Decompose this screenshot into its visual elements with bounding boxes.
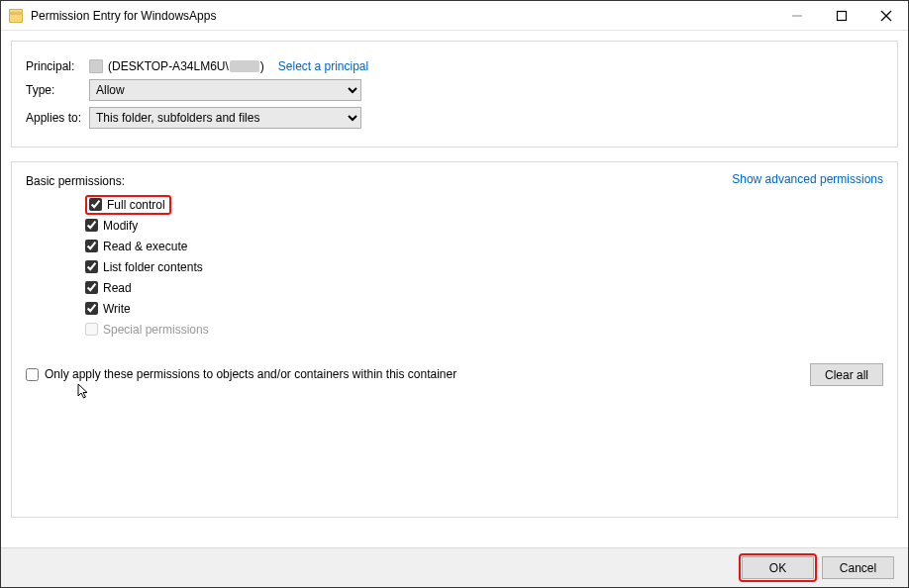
close-button[interactable]: [863, 1, 908, 30]
permission-label: Read & execute: [103, 240, 187, 253]
permission-item: Write: [85, 298, 883, 319]
redacted-user: [230, 60, 259, 72]
permission-item: Special permissions: [85, 319, 883, 340]
applies-label: Applies to:: [26, 111, 89, 125]
permission-list: Full controlModifyRead & executeList fol…: [85, 194, 883, 340]
permission-checkbox: [85, 323, 98, 336]
show-advanced-link[interactable]: Show advanced permissions: [732, 172, 883, 186]
permission-checkbox[interactable]: [85, 281, 98, 294]
type-label: Type:: [26, 83, 89, 97]
applies-select[interactable]: This folder, subfolders and files: [89, 107, 361, 129]
principal-value: (DESKTOP-A34LM6U\): [89, 59, 264, 73]
cursor-icon: [77, 383, 91, 404]
permission-checkbox[interactable]: [85, 219, 98, 232]
permission-checkbox[interactable]: [85, 240, 98, 252]
permission-label: Modify: [103, 219, 138, 233]
permission-item: Read & execute: [85, 236, 883, 256]
svg-rect-1: [837, 11, 846, 20]
window-title: Permission Entry for WindowsApps: [31, 9, 774, 23]
user-icon: [89, 59, 103, 73]
permission-label: Write: [103, 302, 131, 316]
permissions-panel: Basic permissions: Show advanced permiss…: [11, 161, 898, 518]
folder-icon: [9, 9, 23, 23]
permission-item: List folder contents: [85, 256, 883, 277]
permission-checkbox[interactable]: [89, 198, 102, 211]
principal-panel: Principal: (DESKTOP-A34LM6U\) Select a p…: [11, 41, 898, 147]
titlebar: Permission Entry for WindowsApps: [1, 1, 908, 31]
select-principal-link[interactable]: Select a principal: [278, 59, 368, 73]
permission-item: Read: [85, 277, 883, 298]
ok-button[interactable]: OK: [742, 556, 814, 579]
only-apply-checkbox[interactable]: [26, 368, 39, 381]
permission-label: Special permissions: [103, 323, 209, 337]
principal-text-prefix: (DESKTOP-A34LM6U\: [108, 59, 229, 73]
type-select[interactable]: Allow: [89, 79, 361, 101]
permission-checkbox[interactable]: [85, 260, 98, 273]
maximize-button[interactable]: [819, 1, 863, 30]
clear-all-button[interactable]: Clear all: [810, 363, 883, 386]
cancel-button[interactable]: Cancel: [822, 556, 894, 579]
dialog-footer: OK Cancel: [1, 547, 908, 587]
permission-label: Full control: [107, 198, 165, 212]
minimize-button[interactable]: [774, 1, 819, 30]
only-apply-label: Only apply these permissions to objects …: [45, 367, 456, 381]
permission-label: List folder contents: [103, 260, 203, 274]
permission-label: Read: [103, 281, 132, 295]
permission-item: Full control: [85, 194, 883, 215]
principal-label: Principal:: [26, 59, 89, 73]
permission-item: Modify: [85, 215, 883, 236]
permission-checkbox[interactable]: [85, 302, 98, 315]
principal-text-suffix: ): [260, 59, 264, 73]
